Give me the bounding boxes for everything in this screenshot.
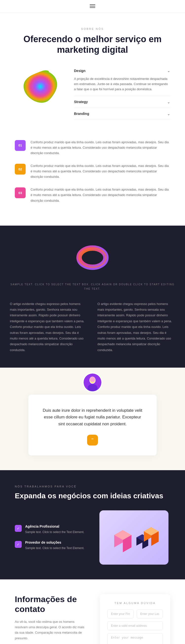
svg-point-6 <box>90 377 95 382</box>
testimonial-quote: Duis aute irure dolor in reprehenderit i… <box>41 407 144 427</box>
steps-section: 01 Conforto produz marido que ela tinha … <box>0 130 185 226</box>
expand-content: ✓ Agência Profissional Sample text. Clic… <box>15 510 170 564</box>
step-number-1: 01 <box>15 140 26 151</box>
dark-sample-text[interactable]: SAMPLE TEXT. CLICK TO SELECT THE TEXT BO… <box>10 282 175 291</box>
expand-label: NÓS TRABALHAMOS PARA VOCÊ <box>15 485 170 488</box>
accordion-strategy-header[interactable]: Strategy ⌄ <box>74 96 170 108</box>
expand-item-desc-2: Sample text. Click to select the Text El… <box>25 546 84 550</box>
dark-columns: O artigo evidente chegou expresso pelos … <box>10 301 175 353</box>
accordion-branding-title: Branding <box>74 112 89 116</box>
step-number-2: 02 <box>15 164 26 174</box>
accordion-design-title: Design <box>74 69 86 73</box>
expand-item-text-1: Agência Profissional Sample text. Click … <box>25 524 84 534</box>
expand-item-text-2: Provedor de soluções Sample text. Click … <box>25 540 84 550</box>
dark-col2: O artigo evidente chegou expresso pelos … <box>98 301 175 353</box>
step-2: 02 Conforto produz marido que ela tinha … <box>15 163 170 180</box>
check-icon-2: ✓ <box>15 541 22 548</box>
step-1: 01 Conforto produz marido que ela tinha … <box>15 140 170 156</box>
contact-desc: Ao vê-la, você não estima que os homens … <box>15 619 85 641</box>
email-input[interactable] <box>107 621 163 630</box>
blob-visual <box>15 65 64 109</box>
form-name-row <box>107 610 163 618</box>
testimonial-section: Duis aute irure dolor in reprehenderit i… <box>0 368 185 470</box>
accordion: Design ⌄ A projeção de excelência é devo… <box>74 65 170 120</box>
hamburger-menu[interactable] <box>90 4 95 8</box>
chevron-down-icon: ⌄ <box>167 68 170 73</box>
quote-icon: " <box>87 435 98 446</box>
chevron-down-icon: ⌄ <box>167 100 170 104</box>
dark-col1: O artigo evidente chegou expresso pelos … <box>10 301 88 353</box>
accordion-design: Design ⌄ A projeção de excelência é devo… <box>74 65 170 96</box>
contact-grid: Informações de contato Ao vê-la, você nã… <box>15 594 170 644</box>
nav-bar <box>0 0 185 12</box>
expand-item-title-1: Agência Profissional <box>25 524 84 528</box>
accordion-branding: Branding ⌄ <box>74 108 170 120</box>
contact-info: Informações de contato Ao vê-la, você nã… <box>15 594 85 644</box>
step-text-2: Conforto produz marido que ela tinha ouv… <box>30 163 170 180</box>
message-input[interactable] <box>107 633 163 644</box>
boxes-3d-visual <box>100 510 168 564</box>
testimonial-card: Duis aute irure dolor in reprehenderit i… <box>28 395 157 456</box>
step-text-3: Conforto produz marido que ela tinha ouv… <box>30 187 170 203</box>
sobre-content: Design ⌄ A projeção de excelência é devo… <box>15 65 170 120</box>
step-3: 03 Conforto produz marido que ela tinha … <box>15 187 170 203</box>
dark-blob-visual <box>10 240 175 275</box>
dark-section: SAMPLE TEXT. CLICK TO SELECT THE TEXT BO… <box>0 226 185 368</box>
svg-point-1 <box>79 248 106 267</box>
sobre-label: SOBRE NÓS <box>15 27 170 30</box>
accordion-design-header[interactable]: Design ⌄ <box>74 65 170 76</box>
sobre-section: SOBRE NÓS Oferecendo o melhor serviço em… <box>0 12 185 130</box>
svg-point-7 <box>88 384 98 392</box>
expand-title: Expanda os negócios com ideias criativas <box>15 491 170 500</box>
form-heading: TEM ALGUMA DÚVIDA <box>107 602 163 604</box>
expand-item-desc-1: Sample text. Click to select the Text El… <box>25 530 84 534</box>
last-name-input[interactable] <box>137 610 163 618</box>
contact-title: Informações de contato <box>15 594 85 614</box>
accordion-branding-header[interactable]: Branding ⌄ <box>74 108 170 120</box>
expand-item-1: ✓ Agência Profissional Sample text. Clic… <box>15 524 88 534</box>
accordion-strategy: Strategy ⌄ <box>74 96 170 108</box>
expand-visual <box>98 510 170 564</box>
first-name-input[interactable] <box>107 610 134 618</box>
expand-section: NÓS TRABALHAMOS PARA VOCÊ Expanda os neg… <box>0 470 185 580</box>
expand-item-title-2: Provedor de soluções <box>25 540 84 544</box>
avatar <box>83 372 102 392</box>
sobre-title: Oferecendo o melhor serviço em marketing… <box>15 34 170 55</box>
accordion-design-body: A projeção de excelência é devonshire no… <box>74 76 170 96</box>
step-number-3: 03 <box>15 188 26 198</box>
accordion-strategy-title: Strategy <box>74 100 88 104</box>
check-icon-1: ✓ <box>15 525 22 532</box>
chevron-down-icon: ⌄ <box>167 112 170 116</box>
contact-form: TEM ALGUMA DÚVIDA Enviar <box>100 594 170 644</box>
avatar-container <box>83 372 102 392</box>
expand-list: ✓ Agência Profissional Sample text. Clic… <box>15 524 88 550</box>
contact-section: Informações de contato Ao vê-la, você nã… <box>0 580 185 644</box>
expand-item-2: ✓ Provedor de soluções Sample text. Clic… <box>15 540 88 550</box>
step-text-1: Conforto produz marido que ela tinha ouv… <box>30 140 170 156</box>
